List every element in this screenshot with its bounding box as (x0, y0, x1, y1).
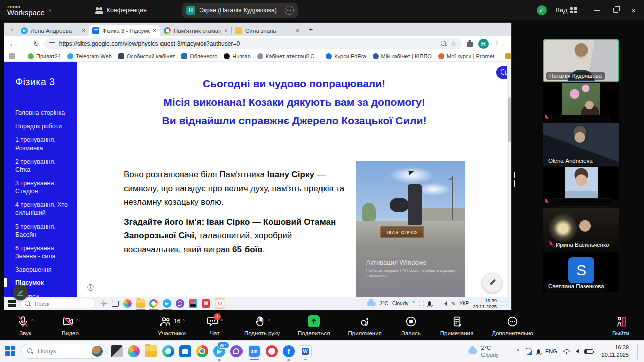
tab-screen-share[interactable]: Н Экран (Наталія Кудряшова) ⋯ (182, 3, 298, 18)
start-button[interactable] (5, 346, 16, 357)
file-explorer-icon[interactable] (145, 345, 157, 357)
task-view-icon[interactable] (111, 345, 123, 357)
browser-tab-sila[interactable]: Сила знань × (231, 25, 303, 36)
active-app-highlight[interactable]: Ш (215, 298, 225, 309)
restore-button[interactable] (613, 8, 618, 13)
apps-grid-icon[interactable] (9, 53, 15, 59)
bookmark-item[interactable]: Особистий кабінет (118, 53, 175, 59)
language-indicator[interactable]: ENG (545, 348, 557, 354)
facebook-icon[interactable]: f (283, 345, 295, 357)
sidebar-item-training3[interactable]: 3 тренування. Стадіон (15, 179, 72, 196)
viber-icon[interactable] (230, 345, 243, 357)
tab-meeting[interactable]: Конференция (95, 7, 147, 14)
annotation-fab-button[interactable] (13, 285, 28, 300)
bookmark-item[interactable]: Обленерго (181, 53, 217, 59)
bookmark-item[interactable]: Мої курси | Promet... (438, 53, 499, 59)
start-button[interactable] (8, 300, 16, 307)
notification-icon[interactable] (501, 301, 507, 306)
telegram-icon[interactable] (163, 299, 171, 308)
minimize-button[interactable] (594, 10, 600, 11)
info-icon[interactable]: ⓘ (87, 283, 94, 293)
edge-icon[interactable] (162, 345, 174, 357)
video-button[interactable]: ^ Видео (59, 315, 82, 336)
telegram-icon[interactable]: 99+ (213, 345, 225, 357)
chat-button[interactable]: 1 ^ Чат (204, 315, 226, 336)
extensions-icon[interactable] (467, 40, 473, 47)
language-indicator[interactable]: УКР (459, 301, 469, 306)
record-button[interactable]: Запись (400, 315, 422, 336)
browser-tab-active[interactable]: Фізика 3 - Підсумок × (89, 25, 160, 36)
more-button[interactable]: Дополнительно (492, 315, 533, 336)
tab-search-icon[interactable]: ˅ (7, 25, 16, 34)
taskbar-clock[interactable]: 16:39 20.11.2025 (473, 298, 497, 310)
bookmark-item[interactable]: Мій кабінет | КІППО (373, 53, 432, 59)
address-bar[interactable]: https://sites.google.com/view/physics-qu… (44, 38, 462, 49)
leave-button[interactable]: Выйти (610, 315, 632, 336)
copilot-icon[interactable] (128, 345, 140, 357)
sidebar-item-training1[interactable]: 1 тренування. Розминка (15, 136, 72, 153)
update-sync-icon[interactable] (525, 348, 532, 355)
tab-close-icon[interactable]: × (82, 27, 85, 34)
sidebar-item-home[interactable]: Головна сторінка (15, 109, 72, 117)
speaker-icon[interactable] (576, 349, 579, 353)
search-input[interactable] (37, 347, 83, 355)
screen-share-more-icon[interactable]: ⋯ (285, 6, 294, 15)
show-desktop-button[interactable] (637, 344, 639, 359)
tray-display-icon[interactable] (435, 301, 440, 306)
reload-icon[interactable]: ↻ (33, 40, 39, 48)
weather-widget[interactable]: 2°C Cloudy (468, 344, 498, 359)
word-icon[interactable] (300, 345, 312, 357)
browser-scrollbar[interactable] (507, 62, 511, 297)
tab-close-icon[interactable]: × (153, 27, 156, 34)
raise-hand-button[interactable]: ^ Поднять руку (244, 315, 280, 336)
tab-close-icon[interactable]: × (296, 27, 299, 34)
panel-resize-handle[interactable] (514, 172, 515, 178)
browser-menu-icon[interactable]: ⋮ (494, 40, 500, 47)
audio-button[interactable]: ^ Звук (14, 315, 36, 336)
chevron-up-icon[interactable]: ^ (221, 318, 223, 323)
wattpad-icon[interactable]: W (202, 299, 210, 308)
sidebar-item-finish[interactable]: Завершення (15, 266, 72, 274)
site-controls-icon[interactable] (49, 41, 55, 46)
scrollbar-thumb[interactable] (508, 97, 511, 142)
bookmark-star-icon[interactable]: ☆ (451, 40, 457, 47)
sidebar-item-training2[interactable]: 2 тренування. Сітка (15, 158, 72, 174)
file-explorer-icon[interactable] (136, 299, 145, 308)
tray-mic-icon[interactable] (428, 301, 431, 306)
participant-tile-olena[interactable]: Olena Andrieieva (543, 123, 619, 166)
close-button[interactable]: × (631, 6, 636, 15)
copilot-icon[interactable] (123, 299, 132, 308)
view-button[interactable]: Вид (556, 7, 578, 14)
tab-close-icon[interactable]: × (224, 27, 228, 34)
chevron-up-icon[interactable]: ^ (76, 318, 78, 323)
back-icon[interactable]: ← (9, 40, 16, 48)
participant-tile-irina[interactable]: Ирина Васильченко (543, 208, 619, 250)
weather-cloud-icon[interactable] (367, 301, 376, 306)
apps-button[interactable]: Приложения (348, 315, 382, 336)
security-shield-icon[interactable]: ✓ (537, 5, 547, 15)
pen-icon[interactable]: ✎ (451, 301, 455, 306)
new-tab-button[interactable]: + (306, 24, 316, 34)
chrome-icon[interactable] (196, 345, 208, 357)
bookmark-item[interactable]: Кабінет атестації Є... (257, 53, 319, 59)
participants-button[interactable]: 16 ^ Участники (158, 315, 186, 336)
copilot-sparkle-icon[interactable] (100, 300, 107, 307)
photos-icon[interactable] (189, 299, 197, 308)
sidebar-item-training5[interactable]: 5 тренування. Басейн (15, 223, 72, 239)
tray-speaker-icon[interactable] (444, 302, 447, 306)
search-icon[interactable] (441, 41, 447, 47)
bookmark-item[interactable]: Курси EdEra (326, 53, 366, 59)
bookmark-item[interactable]: Графік відключенн... (505, 53, 511, 59)
wifi-icon[interactable] (563, 349, 570, 354)
profile-avatar[interactable]: H (478, 39, 489, 49)
google-app-icon[interactable] (149, 299, 158, 308)
tray-chevron-icon[interactable]: ^ (412, 301, 415, 306)
edit-fab-button[interactable] (482, 273, 502, 293)
participant-tile-natalia[interactable]: Наталія Кудряшова (543, 39, 619, 82)
bookmark-item[interactable]: Приват24 (28, 53, 61, 59)
browser-tab-monument[interactable]: Пам'ятник отаману Запорізь × (160, 25, 231, 36)
zoom-app-active[interactable]: zm (248, 345, 261, 358)
chevron-up-icon[interactable]: ^ (31, 318, 33, 323)
chevron-up-icon[interactable]: ^ (268, 318, 270, 323)
taskbar-search-box[interactable] (21, 344, 106, 359)
